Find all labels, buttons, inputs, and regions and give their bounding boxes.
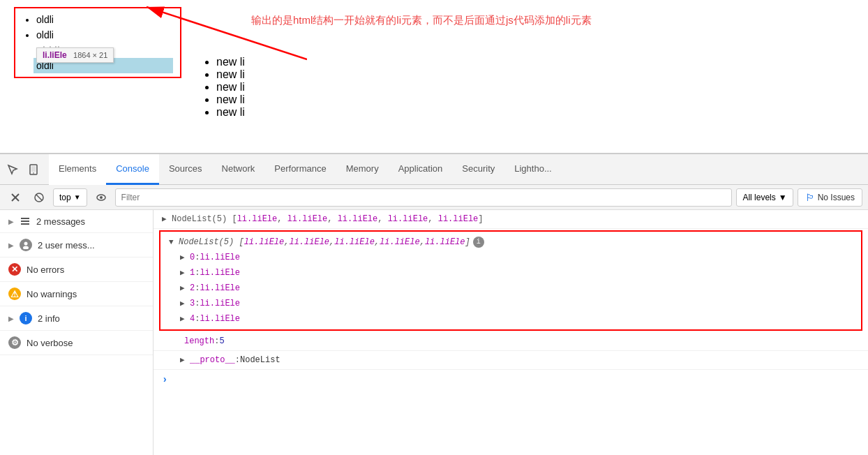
user-icon [20,239,32,251]
svg-rect-12 [21,221,29,222]
no-issues-label: No Issues [818,193,855,202]
entry-expand-icon[interactable]: ▶ [180,267,187,279]
cursor-icon[interactable] [4,161,21,178]
proto-row[interactable]: ▶ __proto__: NodeList [154,351,868,370]
expanded-nodelist-header[interactable]: ▼ NodeList(5) [li.liEle, li.liEle, li.li… [160,234,861,250]
svg-point-4 [33,172,34,174]
svg-point-10 [100,196,103,199]
clear-console-button[interactable] [6,188,25,207]
length-key: length [184,335,214,348]
svg-point-15 [23,246,29,250]
proto-key: __proto__ [190,354,235,366]
entry-expand-icon[interactable]: ▶ [180,251,187,264]
level-arrow-icon: ▼ [779,193,787,202]
entry-expand-icon[interactable]: ▶ [180,282,187,294]
tab-lighthouse[interactable]: Lightho... [504,154,562,185]
entry-key: 3 [190,297,195,310]
old-list-container: li.liEle 1864 × 21 oldli oldli o̶l̶d̶ ̶l… [14,7,181,78]
sidebar-item-errors[interactable]: ✕ No errors [0,258,153,282]
tab-application[interactable]: Application [389,154,453,185]
entry-2[interactable]: ▶ 2: li.liEle [160,281,861,296]
error-icon: ✕ [8,263,21,276]
entry-0[interactable]: ▶ 0: li.liEle [160,250,861,265]
context-arrow-icon: ▼ [74,193,81,201]
warnings-label: No warnings [27,289,77,299]
tab-performance[interactable]: Performance [264,154,336,185]
collapsed-nodelist-row[interactable]: ▶ NodeList(5) [li.liEle, li.liEle, li.li… [154,210,868,229]
tab-memory[interactable]: Memory [336,154,389,185]
new-list-item: new li [216,94,245,106]
svg-rect-11 [21,218,29,219]
list-icon [20,216,31,227]
level-selector[interactable]: All levels ▼ [736,188,793,207]
level-label: All levels [742,193,775,202]
entry-key: 0 [190,251,195,264]
new-list: new li new li new li new li new li [202,56,245,119]
verbose-label: No verbose [27,338,73,348]
expand-arrow-icon: ▶ [8,241,14,249]
filter-input[interactable] [115,188,733,207]
length-val: 5 [219,335,224,348]
old-list: oldli oldli o̶l̶d̶ ̶l̶i̶ oldli [22,12,173,73]
entry-val: li.liEle [200,297,240,310]
entry-val: li.liEle [200,267,240,279]
no-issues-button[interactable]: 🏳 No Issues [798,188,862,207]
sidebar-item-verbose[interactable]: ⚙ No verbose [0,331,153,355]
tooltip-classname: li.liEle [43,50,67,60]
block-icon[interactable] [29,188,49,207]
new-list-item: new li [216,81,245,94]
messages-label: 2 messages [36,216,85,227]
tab-bar: Elements Console Sources Network Perform… [0,154,868,185]
sidebar: ▶ 2 messages ▶ 2 user mess... [0,210,154,455]
tab-bar-icons [4,161,42,178]
errors-label: No errors [27,264,64,275]
tab-sources[interactable]: Sources [159,154,212,185]
tab-elements[interactable]: Elements [49,154,106,185]
entry-3[interactable]: ▶ 3: li.liEle [160,296,861,311]
sidebar-item-messages[interactable]: ▶ 2 messages [0,210,153,233]
tab-security[interactable]: Security [452,154,504,185]
proto-val: NodeList [240,354,280,366]
entry-expand-icon[interactable]: ▶ [180,297,187,310]
tooltip: li.liEle 1864 × 21 [36,47,114,63]
tab-console[interactable]: Console [106,154,159,185]
expand-icon[interactable]: ▼ [169,236,176,248]
length-row: length: 5 [154,332,868,351]
entry-expand-icon[interactable]: ▶ [180,313,187,325]
tooltip-size: 1864 × 21 [73,51,107,59]
sidebar-item-warnings[interactable]: ⚠ No warnings [0,282,153,306]
entry-key: 4 [190,313,195,325]
entry-key: 2 [190,282,195,294]
entry-4[interactable]: ▶ 4: li.liEle [160,311,861,327]
expand-arrow-icon: ▶ [8,218,14,225]
context-label: top [59,193,71,202]
entry-val: li.liEle [200,313,240,325]
user-messages-label: 2 user mess... [38,240,95,251]
eye-button[interactable] [91,188,111,207]
info-label: 2 info [38,313,60,324]
proto-expand-icon[interactable]: ▶ [180,354,187,366]
console-output: ▶ NodeList(5) [li.liEle, li.liEle, li.li… [154,210,868,455]
entry-1[interactable]: ▶ 1: li.liEle [160,265,861,281]
flag-icon: 🏳 [805,192,815,203]
new-list-item: new li [216,106,245,119]
expanded-nodelist-block: ▼ NodeList(5) [li.liEle, li.liEle, li.li… [159,230,862,331]
svg-rect-3 [31,166,36,172]
main-content: ▶ 2 messages ▶ 2 user mess... [0,210,868,455]
entry-val: li.liEle [200,282,240,294]
sidebar-item-info[interactable]: ▶ i 2 info [0,306,153,331]
new-list-item: new li [216,68,245,81]
console-prompt-row[interactable]: › [154,370,868,389]
annotation-text: 输出的是html结构一开始就有的li元素，而不是后面通过js代码添加的li元素 [251,14,592,27]
context-selector[interactable]: top ▼ [53,188,87,207]
svg-line-8 [36,195,42,200]
entry-val: li.liEle [200,251,240,264]
sidebar-item-user[interactable]: ▶ 2 user mess... [0,233,153,258]
toolbar: top ▼ All levels ▼ 🏳 No Issues [0,185,868,210]
verbose-icon: ⚙ [8,336,21,349]
info-icon: i [20,312,32,325]
tab-network[interactable]: Network [212,154,265,185]
expand-collapsed-icon[interactable]: ▶ [162,213,169,225]
collapsed-nodelist-text: NodeList(5) [li.liEle, li.liEle, li.liEl… [172,213,484,225]
device-icon[interactable] [25,161,42,178]
